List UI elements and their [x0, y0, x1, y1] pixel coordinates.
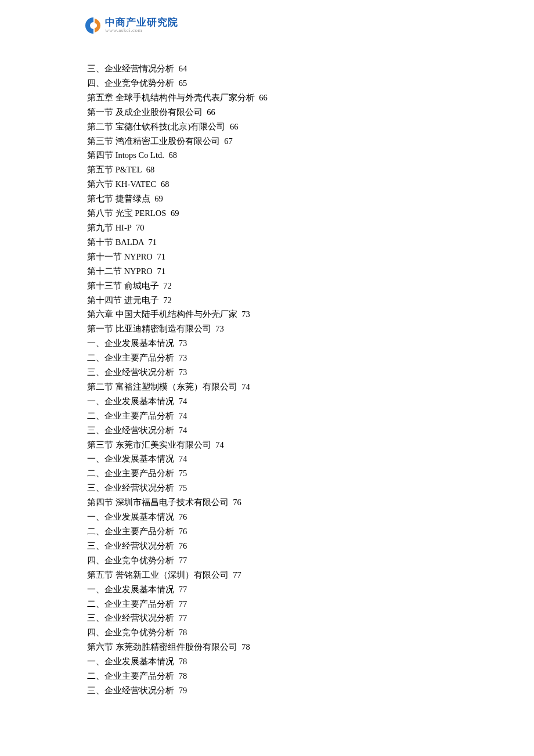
- toc-line: 三、企业经营状况分析 79: [87, 683, 447, 698]
- logo-icon: [84, 16, 103, 35]
- toc-title: 第七节 捷普绿点: [87, 194, 150, 203]
- toc-line: 第六章 中国大陆手机结构件与外壳厂家 73: [87, 307, 447, 322]
- toc-title: 三、企业经营状况分析: [87, 426, 174, 435]
- toc-title: 一、企业发展基本情况: [87, 454, 174, 463]
- toc-title: 第五节 P&TEL: [87, 165, 142, 174]
- toc-title: 第四节 Intops Co Ltd.: [87, 150, 164, 160]
- logo-text-cn: 中商产业研究院: [105, 17, 178, 27]
- toc-title: 一、企业发展基本情况: [87, 585, 174, 594]
- toc-title: 一、企业发展基本情况: [87, 339, 174, 348]
- toc-title: 第十三节 俞城电子: [87, 281, 159, 290]
- toc-page: 78: [241, 642, 250, 651]
- toc-line: 三、企业经营状况分析 77: [87, 611, 447, 625]
- toc-title: 二、企业主要产品分析: [87, 353, 174, 362]
- toc-page: 69: [154, 194, 163, 203]
- toc-page: 68: [168, 150, 177, 160]
- toc-title: 二、企业主要产品分析: [87, 527, 174, 536]
- toc-page: 77: [179, 556, 187, 565]
- toc-line: 第十三节 俞城电子 72: [87, 279, 447, 293]
- toc-page: 70: [136, 223, 145, 232]
- toc-page: 74: [241, 382, 250, 391]
- toc-page: 76: [233, 498, 241, 507]
- toc-page: 68: [146, 165, 155, 174]
- toc-title: 第二节 富裕注塑制模（东莞）有限公司: [87, 382, 237, 391]
- toc-line: 一、企业发展基本情况 77: [87, 582, 447, 597]
- toc-page: 74: [215, 440, 224, 449]
- toc-title: 第八节 光宝 PERLOS: [87, 208, 166, 218]
- toc-line: 第八节 光宝 PERLOS 69: [87, 206, 447, 221]
- toc-line: 第三节 东莞市汇美实业有限公司 74: [87, 438, 447, 452]
- toc-page: 76: [179, 512, 187, 521]
- toc-page: 77: [179, 599, 187, 609]
- toc-line: 三、企业经营情况分析 64: [87, 62, 447, 76]
- toc-page: 67: [224, 136, 233, 146]
- toc-title: 三、企业经营状况分析: [87, 686, 174, 695]
- header-logo: 中商产业研究院 www.askci.com: [84, 16, 178, 35]
- toc-line: 第五节 誉铭新工业（深圳）有限公司 77: [87, 568, 447, 582]
- toc-title: 二、企业主要产品分析: [87, 671, 174, 681]
- toc-title: 第九节 HI-P: [87, 223, 131, 232]
- toc-line: 三、企业经营状况分析 74: [87, 423, 447, 438]
- toc-page: 74: [179, 454, 187, 463]
- toc-line: 二、企业主要产品分析 77: [87, 597, 447, 611]
- toc-line: 四、企业竞争优势分析 65: [87, 76, 447, 91]
- toc-page: 65: [179, 78, 187, 88]
- toc-line: 第十四节 进元电子 72: [87, 293, 447, 308]
- toc-line: 三、企业经营状况分析 73: [87, 365, 447, 380]
- toc-line: 第二节 富裕注塑制模（东莞）有限公司 74: [87, 380, 447, 394]
- toc-page: 73: [179, 353, 187, 362]
- toc-title: 第十二节 NYPRO: [87, 267, 153, 276]
- toc-page: 68: [161, 179, 169, 189]
- toc-page: 69: [171, 208, 179, 218]
- toc-title: 二、企业主要产品分析: [87, 599, 174, 609]
- toc-page: 72: [163, 296, 172, 305]
- toc-page: 71: [148, 237, 157, 247]
- toc-line: 一、企业发展基本情况 73: [87, 336, 447, 351]
- toc-line: 第一节 及成企业股份有限公司 66: [87, 105, 447, 120]
- toc-line: 第二节 宝德仕钦科技(北京)有限公司 66: [87, 120, 447, 134]
- toc-title: 第三节 东莞市汇美实业有限公司: [87, 440, 211, 449]
- toc-title: 第一节 比亚迪精密制造有限公司: [87, 324, 211, 333]
- toc-page: 79: [179, 686, 187, 695]
- toc-page: 66: [259, 93, 268, 102]
- toc-page: 77: [233, 570, 241, 579]
- toc-title: 第四节 深圳市福昌电子技术有限公司: [87, 498, 229, 507]
- toc-title: 三、企业经营状况分析: [87, 483, 174, 492]
- toc-title: 二、企业主要产品分析: [87, 411, 174, 420]
- toc-line: 第四节 Intops Co Ltd. 68: [87, 148, 447, 163]
- toc-line: 第七节 捷普绿点 69: [87, 192, 447, 206]
- toc-page: 76: [179, 527, 187, 536]
- toc-line: 一、企业发展基本情况 74: [87, 452, 447, 466]
- toc-title: 第五章 全球手机结构件与外壳代表厂家分析: [87, 93, 255, 102]
- toc-title: 第六章 中国大陆手机结构件与外壳厂家: [87, 309, 237, 319]
- toc-page: 64: [179, 64, 187, 73]
- toc-line: 一、企业发展基本情况 74: [87, 394, 447, 409]
- toc-line: 第六节 东莞劲胜精密组件股份有限公司 78: [87, 640, 447, 654]
- toc-page: 74: [179, 426, 187, 435]
- toc-page: 66: [230, 122, 239, 131]
- toc-line: 第六节 KH-VATEC 68: [87, 177, 447, 192]
- toc-title: 第十节 BALDA: [87, 237, 144, 247]
- toc-title: 一、企业发展基本情况: [87, 512, 174, 521]
- toc-line: 第四节 深圳市福昌电子技术有限公司 76: [87, 495, 447, 510]
- logo-text-block: 中商产业研究院 www.askci.com: [105, 17, 178, 34]
- toc-line: 四、企业竞争优势分析 77: [87, 553, 447, 568]
- toc-title: 一、企业发展基本情况: [87, 657, 174, 666]
- toc-page: 72: [163, 281, 172, 290]
- toc-line: 三、企业经营状况分析 75: [87, 481, 447, 495]
- toc-page: 77: [179, 585, 187, 594]
- toc-title: 第五节 誉铭新工业（深圳）有限公司: [87, 570, 229, 579]
- toc-line: 第十二节 NYPRO 71: [87, 264, 447, 279]
- toc-line: 第五章 全球手机结构件与外壳代表厂家分析 66: [87, 91, 447, 105]
- toc-title: 三、企业经营情况分析: [87, 64, 174, 73]
- toc-title: 三、企业经营状况分析: [87, 541, 174, 550]
- toc-line: 第三节 鸿准精密工业股份有限公司 67: [87, 134, 447, 149]
- toc-line: 四、企业竞争优势分析 78: [87, 625, 447, 640]
- toc-title: 第六节 KH-VATEC: [87, 179, 156, 189]
- toc-title: 四、企业竞争优势分析: [87, 628, 174, 637]
- toc-line: 第十节 BALDA 71: [87, 235, 447, 250]
- toc-page: 74: [179, 411, 187, 420]
- toc-title: 三、企业经营状况分析: [87, 368, 174, 377]
- toc-line: 三、企业经营状况分析 76: [87, 539, 447, 553]
- toc-line: 二、企业主要产品分析 74: [87, 409, 447, 423]
